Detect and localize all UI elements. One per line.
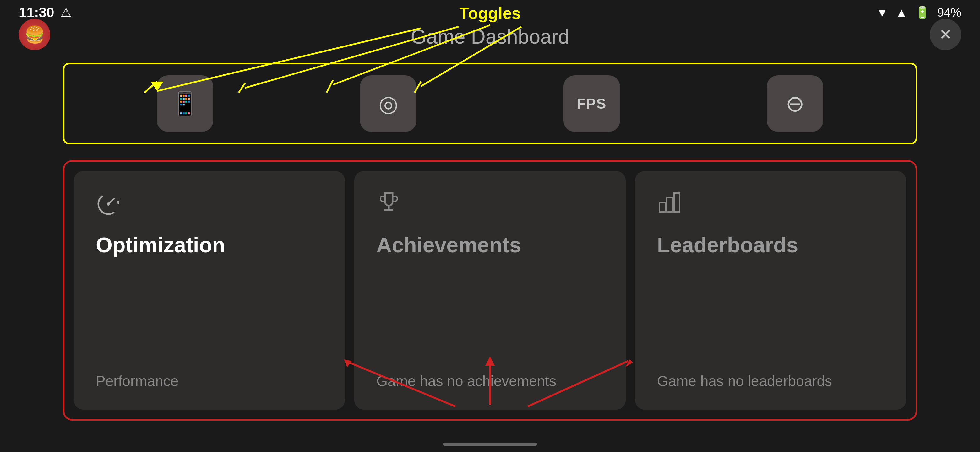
- toggle-screenshot[interactable]: 📱: [157, 75, 213, 132]
- leaderboards-subtitle: Game has no leaderboards: [657, 372, 884, 391]
- close-icon: ✕: [939, 26, 952, 43]
- svg-rect-22: [667, 198, 673, 212]
- optimization-subtitle: Performance: [96, 372, 323, 391]
- app-icon: 🍔: [19, 19, 50, 50]
- achievements-title: Achievements: [376, 233, 603, 257]
- toggles-section: 📱 ◎ FPS ⊖: [63, 63, 917, 144]
- achievements-icon: [376, 190, 603, 220]
- close-button[interactable]: ✕: [930, 19, 961, 50]
- svg-rect-23: [674, 193, 680, 212]
- status-left: 11:30 ⚠: [19, 5, 71, 21]
- status-right: ▼ ▲ 🔋 94%: [877, 6, 961, 19]
- tile-leaderboards[interactable]: Leaderboards Game has no leaderboards: [635, 171, 906, 410]
- fps-label: FPS: [577, 95, 606, 112]
- battery-percent: 94%: [937, 6, 961, 19]
- toggle-target[interactable]: ◎: [360, 75, 417, 132]
- wifi-icon: ▼: [877, 6, 888, 19]
- toggle-minus[interactable]: ⊖: [767, 75, 823, 132]
- status-bar: 11:30 ⚠ ▼ ▲ 🔋 94%: [0, 0, 980, 25]
- leaderboards-icon: [657, 190, 884, 220]
- app-emoji: 🍔: [24, 25, 45, 44]
- leaderboards-title: Leaderboards: [657, 233, 884, 257]
- screenshot-icon: 📱: [171, 90, 199, 117]
- toggle-fps[interactable]: FPS: [563, 75, 620, 132]
- target-icon: ◎: [379, 90, 398, 117]
- warning-icon: ⚠: [60, 6, 71, 19]
- achievements-subtitle: Game has no achievements: [376, 372, 603, 391]
- svg-rect-21: [660, 203, 665, 212]
- status-time: 11:30: [19, 5, 54, 21]
- svg-point-18: [107, 203, 110, 206]
- optimization-icon: [96, 190, 323, 220]
- battery-icon: 🔋: [915, 6, 930, 19]
- tile-achievements[interactable]: Achievements Game has no achievements: [354, 171, 625, 410]
- tile-optimization[interactable]: Optimization Performance: [74, 171, 345, 410]
- minus-icon: ⊖: [786, 90, 804, 117]
- signal-icon: ▲: [896, 6, 907, 19]
- home-indicator: [443, 442, 537, 446]
- optimization-title: Optimization: [96, 233, 323, 257]
- page-title: Game Dashboard: [410, 25, 569, 48]
- tiles-section: Optimization Performance Achievements Ga…: [63, 160, 917, 420]
